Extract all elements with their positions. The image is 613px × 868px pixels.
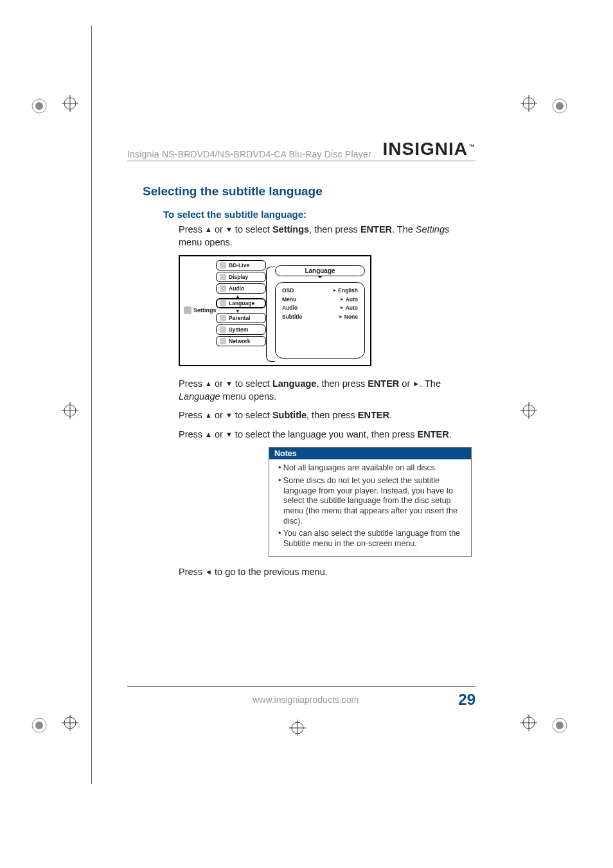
brand-text: INSIGNIA bbox=[383, 139, 468, 159]
italic-menu: Settings bbox=[416, 224, 449, 235]
text: menu opens. bbox=[220, 391, 277, 402]
text: . The bbox=[420, 378, 441, 389]
notes-header: Notes bbox=[269, 448, 471, 459]
bold-language: Language bbox=[272, 378, 316, 389]
registration-mark-icon bbox=[62, 95, 78, 112]
ss-panel-title: Language bbox=[275, 265, 365, 276]
gear-icon bbox=[184, 306, 191, 314]
text: . bbox=[389, 410, 392, 420]
svg-point-22 bbox=[35, 102, 43, 110]
text: . The bbox=[392, 224, 416, 235]
ss-menu-audio: Audio bbox=[216, 283, 266, 294]
ss-menu-system: System bbox=[216, 324, 266, 335]
key: Subtitle bbox=[282, 313, 302, 322]
registration-mark-icon bbox=[520, 714, 537, 731]
ss-row-subtitle: SubtitleNone bbox=[282, 313, 358, 322]
notes-box: Notes Not all languages are available on… bbox=[269, 447, 472, 557]
step-3: Press ▲ or ▼ to select Subtitle, then pr… bbox=[179, 409, 470, 422]
label: Network bbox=[229, 338, 251, 344]
bold-enter: ENTER bbox=[360, 224, 392, 235]
model-line: Insignia NS-BRDVD4/NS-BRDVD4-CA Blu-Ray … bbox=[127, 149, 371, 159]
label: BD-Live bbox=[229, 262, 249, 269]
step-5: Press ◄ to go to the previous menu. bbox=[179, 566, 470, 579]
ss-menu-display: Display bbox=[216, 272, 266, 282]
bold-settings: Settings bbox=[272, 224, 309, 235]
text: to go to the previous menu. bbox=[212, 567, 328, 577]
value: Auto bbox=[340, 296, 358, 305]
label: Audio bbox=[229, 285, 244, 292]
registration-mark-icon bbox=[520, 95, 537, 112]
text: Press bbox=[179, 378, 205, 389]
parental-icon bbox=[220, 315, 226, 321]
text: Press bbox=[179, 224, 205, 235]
display-icon bbox=[220, 274, 226, 280]
note-item: Not all languages are available on all d… bbox=[274, 463, 466, 474]
label: Display bbox=[229, 274, 248, 280]
svg-point-26 bbox=[35, 722, 43, 729]
ss-menu-bdlive: BD-Live bbox=[216, 260, 266, 270]
arrow-down-icon: ▼ bbox=[226, 430, 233, 438]
ss-menu-parental: Parental bbox=[216, 313, 266, 323]
arrow-up-icon: ▲ bbox=[205, 380, 212, 387]
audio-icon bbox=[220, 285, 226, 292]
registration-mark-icon bbox=[289, 720, 306, 736]
ss-row-audio: AudioAuto bbox=[282, 304, 358, 313]
step-1: Press ▲ or ▼ to select Settings, then pr… bbox=[179, 224, 470, 249]
arrow-left-icon: ◄ bbox=[205, 568, 212, 576]
registration-mark-icon bbox=[62, 714, 78, 731]
ss-menu-network: Network bbox=[216, 336, 266, 346]
settings-screenshot: Settings BD-Live Display Audio ▲ Languag… bbox=[179, 255, 371, 366]
arrow-right-icon: ► bbox=[413, 380, 420, 387]
text: menu opens. bbox=[179, 237, 233, 247]
page-footer: www.insigniaproducts.com 29 bbox=[127, 686, 475, 709]
ss-menu-language: Language bbox=[216, 298, 266, 308]
brand-logo: INSIGNIA™ bbox=[383, 139, 475, 159]
text: to select bbox=[233, 410, 272, 420]
bold-enter: ENTER bbox=[368, 378, 399, 389]
ss-row-osd: OSDEnglish bbox=[282, 287, 358, 296]
registration-mark-icon bbox=[520, 402, 537, 419]
text: or bbox=[212, 410, 226, 420]
trim-line-left bbox=[91, 26, 92, 784]
arrow-down-icon: ▼ bbox=[226, 380, 233, 387]
text: or bbox=[212, 429, 226, 439]
ss-panel-body: OSDEnglish MenuAuto AudioAuto SubtitleNo… bbox=[275, 282, 365, 359]
section-title: Selecting the subtitle language bbox=[143, 184, 475, 199]
arrow-up-icon: ▲ bbox=[205, 226, 212, 233]
ss-settings-label: Settings bbox=[193, 307, 217, 314]
value: Auto bbox=[340, 304, 358, 313]
note-item: Some discs do not let you select the sub… bbox=[274, 476, 466, 526]
text: Press bbox=[179, 410, 205, 420]
ss-settings-root: Settings bbox=[184, 306, 217, 314]
page-number: 29 bbox=[458, 691, 475, 709]
step-4: Press ▲ or ▼ to select the language you … bbox=[179, 429, 470, 441]
text: Press bbox=[179, 429, 205, 439]
bold-subtitle: Subtitle bbox=[272, 410, 306, 420]
text: , then press bbox=[309, 224, 360, 235]
registration-mark-icon bbox=[31, 717, 48, 734]
ss-connector-line bbox=[266, 267, 275, 362]
registration-mark-icon bbox=[62, 402, 78, 419]
label: Parental bbox=[229, 315, 251, 321]
value: None bbox=[339, 313, 358, 322]
registration-mark-icon bbox=[551, 717, 568, 734]
page-header: Insignia NS-BRDVD4/NS-BRDVD4-CA Blu-Ray … bbox=[127, 139, 475, 161]
text: to select the language you want, then pr… bbox=[233, 429, 418, 439]
notes-body: Not all languages are available on all d… bbox=[269, 459, 471, 556]
label: Language bbox=[229, 300, 254, 306]
arrow-down-icon: ▼ bbox=[226, 411, 233, 419]
bold-enter: ENTER bbox=[418, 429, 449, 439]
text: to select bbox=[233, 224, 272, 235]
text: , then press bbox=[316, 378, 368, 389]
footer-url: www.insigniaproducts.com bbox=[153, 695, 458, 705]
registration-mark-icon bbox=[31, 98, 48, 114]
language-icon bbox=[220, 300, 226, 306]
trademark-icon: ™ bbox=[468, 143, 475, 150]
network-icon bbox=[220, 338, 226, 344]
system-icon bbox=[220, 326, 226, 333]
arrow-up-icon: ▲ bbox=[205, 411, 212, 419]
ss-row-menu: MenuAuto bbox=[282, 296, 358, 305]
text: . bbox=[449, 429, 452, 439]
italic-menu: Language bbox=[179, 391, 220, 402]
text: to select bbox=[233, 378, 272, 389]
